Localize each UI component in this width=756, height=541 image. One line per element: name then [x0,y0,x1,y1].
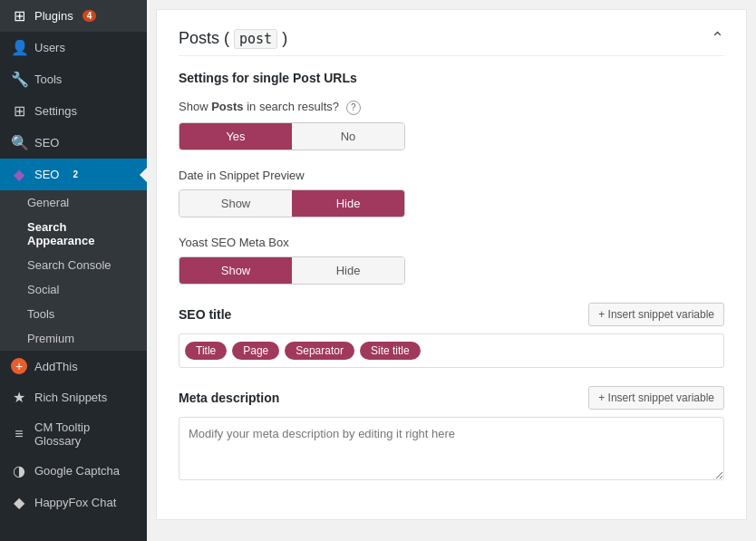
seo-title-section: SEO title + Insert snippet variable Titl… [179,303,724,368]
submenu-search-console[interactable]: Search Console [0,253,147,277]
collapse-button[interactable]: ⌃ [711,28,724,48]
show-posts-label: Show Posts in search results? ? [179,100,724,115]
seo-badge: 2 [68,169,82,180]
divider [179,55,724,56]
show-posts-toggle-group: Show Posts in search results? ? Yes No [179,100,724,150]
sidebar-item-label: HappyFox Chat [34,496,116,509]
sidebar-item-label: SEO [34,136,59,150]
insert-snippet-button-2[interactable]: + Insert snippet variable [588,386,724,410]
sidebar-item-cm-tooltip[interactable]: ≡ CM Tooltip Glossary [0,413,147,455]
submenu-tools[interactable]: Tools [0,302,147,326]
sidebar-item-seo-top[interactable]: 🔍 SEO [0,127,147,159]
sidebar-item-label: SEO [34,168,59,181]
posts-settings-panel: Posts ( post ) ⌃ Settings for single Pos… [156,9,747,520]
sidebar-item-rich-snippets[interactable]: ★ Rich Snippets [0,382,147,413]
sidebar-item-label: Rich Snippets [34,391,107,404]
hide-meta-button[interactable]: Hide [292,257,404,284]
show-date-button[interactable]: Show [179,190,292,217]
meta-box-toggle-group: Yoast SEO Meta Box Show Hide [179,236,724,285]
submenu-premium[interactable]: Premium [0,326,147,351]
sidebar-item-seo-active[interactable]: ◆ SEO 2 [0,159,147,190]
settings-icon: ⊞ [11,102,27,120]
sidebar-item-label: Plugins [34,9,73,23]
plugins-icon: ⊞ [11,7,27,24]
sidebar-arrow [140,168,147,182]
date-snippet-label: Date in Snippet Preview [179,169,724,182]
help-icon[interactable]: ? [346,101,361,115]
tools-icon: 🔧 [11,71,27,88]
sidebar-item-label: CM Tooltip Glossary [34,420,136,448]
main-content: Posts ( post ) ⌃ Settings for single Pos… [147,0,756,541]
date-snippet-toggle-group: Date in Snippet Preview Show Hide [179,169,724,217]
sidebar: ⊞ Plugins 4 👤 Users 🔧 Tools ⊞ Settings 🔍… [0,0,147,541]
sidebar-item-settings[interactable]: ⊞ Settings [0,95,147,127]
tag-site-title[interactable]: Site title [360,342,421,360]
sidebar-item-addthis[interactable]: + AddThis [0,351,147,382]
no-button[interactable]: No [292,123,404,150]
section-title: Posts ( post ) [179,29,287,48]
rich-snippets-icon: ★ [11,389,27,406]
cm-tooltip-icon: ≡ [11,426,27,442]
meta-description-label: Meta description [179,391,279,405]
seo-title-tags: Title Page Separator Site title [179,333,724,368]
tag-title[interactable]: Title [185,342,227,360]
tag-page[interactable]: Page [232,342,279,360]
users-icon: 👤 [11,39,27,56]
sidebar-item-label: Settings [34,104,77,118]
section-header: Posts ( post ) ⌃ [179,28,724,48]
show-posts-toggle: Yes No [179,122,405,150]
sidebar-item-tools[interactable]: 🔧 Tools [0,63,147,95]
show-meta-button[interactable]: Show [179,257,292,284]
yes-button[interactable]: Yes [179,123,292,150]
sidebar-item-users[interactable]: 👤 Users [0,32,147,63]
submenu-search-appearance[interactable]: Search Appearance [0,215,147,253]
sidebar-item-label: Tools [34,72,62,86]
sidebar-item-plugins[interactable]: ⊞ Plugins 4 [0,0,147,32]
meta-description-header: Meta description + Insert snippet variab… [179,386,724,410]
meta-box-label: Yoast SEO Meta Box [179,236,724,249]
sidebar-item-google-captcha[interactable]: ◑ Google Captcha [0,455,147,487]
insert-snippet-button-1[interactable]: + Insert snippet variable [588,303,724,326]
date-snippet-toggle: Show Hide [179,189,405,217]
submenu-general[interactable]: General [0,190,147,215]
seo-title-header: SEO title + Insert snippet variable [179,303,724,326]
addthis-icon: + [11,358,27,374]
sidebar-item-label: AddThis [34,360,78,373]
sidebar-item-label: Users [34,41,65,54]
meta-description-textarea[interactable] [179,417,724,480]
sidebar-item-happyfox[interactable]: ◆ HappyFox Chat [0,487,147,518]
section-title-code: post [234,29,277,49]
yoast-icon: ◆ [11,166,27,183]
tag-separator[interactable]: Separator [285,342,354,360]
meta-box-toggle: Show Hide [179,256,405,285]
happyfox-icon: ◆ [11,494,27,511]
seo-submenu: General Search Appearance Search Console… [0,190,147,351]
meta-description-section: Meta description + Insert snippet variab… [179,386,724,483]
seo-title-label: SEO title [179,307,231,322]
seo-search-icon: 🔍 [11,134,27,151]
hide-date-button[interactable]: Hide [292,190,404,217]
plugins-badge: 4 [82,10,97,22]
submenu-social[interactable]: Social [0,277,147,302]
sidebar-item-label: Google Captcha [34,464,120,478]
google-captcha-icon: ◑ [11,462,27,479]
section-subtitle: Settings for single Post URLs [179,71,724,85]
